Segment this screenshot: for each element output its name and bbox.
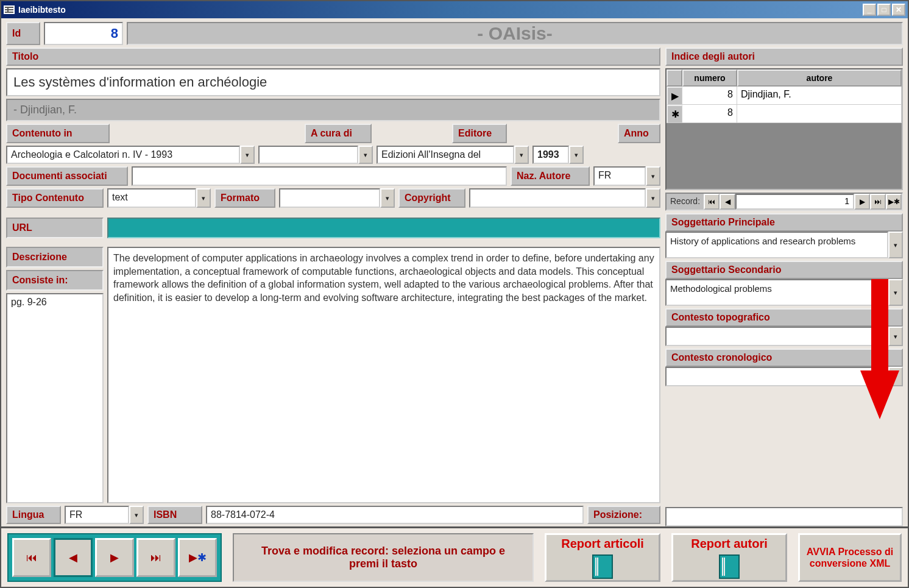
notebook-icon — [719, 554, 740, 579]
titlebar: Iaeibibtesto _ □ ✕ — [1, 1, 908, 18]
id-label: Id — [6, 22, 40, 45]
a-cura-di-label: A cura di — [305, 124, 372, 143]
tipo-contenuto-dropdown[interactable] — [196, 188, 211, 208]
contesto-crono-dropdown[interactable] — [888, 367, 903, 386]
url-field[interactable] — [107, 218, 660, 238]
titolo-author-display: - Djindjian, F. — [6, 99, 660, 121]
tipo-contenuto-field[interactable]: text — [107, 188, 196, 208]
tipo-contenuto-label: Tipo Contenuto — [6, 188, 104, 208]
minimize-button[interactable]: _ — [863, 4, 876, 16]
anno-field[interactable]: 1993 — [532, 146, 569, 164]
cell-autore[interactable]: Djindjian, F. — [737, 87, 902, 105]
descrizione-field[interactable]: The development of computer applications… — [107, 247, 660, 503]
record-nav-cluster: ⏮ ◀ ▶ ⏭ ▶✱ — [7, 533, 222, 582]
close-button[interactable]: ✕ — [892, 4, 905, 16]
copyright-field[interactable] — [469, 188, 646, 208]
documenti-associati-label: Documenti associati — [6, 166, 128, 186]
rec-next-button[interactable]: ▶ — [854, 194, 870, 210]
sogg-principale-field[interactable]: History of applications and research pro… — [665, 232, 888, 258]
table-row[interactable]: ▶8Djindjian, F. — [667, 87, 902, 105]
nav-prev-button[interactable]: ◀ — [54, 538, 93, 577]
sogg-secondario-label: Soggettario Secondario — [665, 261, 903, 279]
contesto-topo-field[interactable] — [665, 327, 888, 346]
rec-last-button[interactable]: ⏭ — [870, 194, 886, 210]
descrizione-label: Descrizione — [6, 247, 104, 267]
maximize-button[interactable]: □ — [877, 4, 891, 16]
indice-autori-label: Indice degli autori — [665, 48, 903, 66]
rec-prev-button[interactable]: ◀ — [720, 194, 735, 210]
app-icon — [4, 5, 15, 14]
editore-dropdown[interactable] — [514, 146, 529, 164]
grid-selector-header — [667, 69, 682, 87]
rec-first-button[interactable]: ⏮ — [704, 194, 720, 210]
consiste-in-label: Consiste in: — [6, 270, 104, 291]
url-label: URL — [6, 218, 104, 238]
row-selector-icon[interactable]: ✱ — [667, 105, 682, 123]
report-autori-button[interactable]: Report autori — [671, 533, 787, 582]
window-title: Iaeibibtesto — [18, 5, 863, 15]
contesto-crono-label: Contesto cronologico — [665, 349, 903, 367]
record-label: Record: — [667, 194, 704, 210]
editore-label: Editore — [452, 124, 507, 143]
id-field[interactable]: 8 — [44, 22, 123, 45]
formato-dropdown[interactable] — [380, 188, 395, 208]
row-selector-icon[interactable]: ▶ — [667, 87, 682, 105]
app-title: - OAIsis- — [127, 22, 903, 45]
find-modify-hint: Trova e modifica record: seleziona un ca… — [233, 533, 534, 582]
report-articoli-label: Report articoli — [561, 537, 644, 551]
report-autori-label: Report autori — [691, 537, 768, 551]
sogg-principale-label: Soggettario Principale — [665, 213, 903, 232]
isbn-field[interactable]: 88-7814-072-4 — [206, 506, 584, 524]
copyright-label: Copyright — [398, 188, 465, 208]
isbn-label: ISBN — [147, 506, 202, 524]
table-row[interactable]: ✱8 — [667, 105, 902, 123]
contenuto-in-dropdown[interactable] — [240, 146, 255, 164]
contenuto-in-field[interactable]: Archeologia e Calcolatori n. IV - 1993 — [6, 146, 240, 164]
posizione-label: Posizione: — [587, 506, 660, 524]
a-cura-di-dropdown[interactable] — [358, 146, 373, 164]
nav-next-button[interactable]: ▶ — [95, 538, 134, 577]
naz-autore-field[interactable]: FR — [593, 166, 646, 186]
editore-field[interactable]: Edizioni All'Insegna del — [377, 146, 514, 164]
a-cura-di-field[interactable] — [258, 146, 358, 164]
posizione-field[interactable] — [665, 507, 903, 526]
anno-dropdown[interactable] — [569, 146, 584, 164]
naz-autore-dropdown[interactable] — [646, 166, 660, 186]
naz-autore-label: Naz. Autore — [511, 166, 590, 186]
report-articoli-button[interactable]: Report articoli — [545, 533, 660, 582]
lingua-label: Lingua — [6, 506, 61, 524]
contenuto-in-label: Contenuto in — [6, 124, 110, 143]
sogg-secondario-field[interactable]: Methodological problems — [665, 279, 888, 306]
notebook-icon — [592, 554, 613, 579]
copyright-dropdown[interactable] — [646, 188, 660, 208]
sogg-secondario-dropdown[interactable] — [888, 279, 903, 306]
lingua-field[interactable]: FR — [65, 506, 129, 524]
titolo-field[interactable]: Les systèmes d'information en archéologi… — [6, 68, 660, 96]
titolo-label: Titolo — [6, 48, 660, 66]
anno-label: Anno — [618, 124, 660, 143]
nav-last-button[interactable]: ⏭ — [136, 538, 175, 577]
contesto-topo-dropdown[interactable] — [888, 327, 903, 346]
lingua-dropdown[interactable] — [129, 506, 144, 524]
formato-field[interactable] — [279, 188, 380, 208]
record-navigator: Record: ⏮ ◀ 1 ▶ ⏭ ▶✱ — [665, 193, 903, 211]
cell-autore[interactable] — [737, 105, 902, 123]
contesto-topo-label: Contesto topografico — [665, 308, 903, 327]
documenti-associati-field[interactable] — [132, 166, 507, 186]
authors-grid[interactable]: numero autore ▶8Djindjian, F.✱8 — [665, 68, 903, 190]
nav-new-button[interactable]: ▶✱ — [178, 538, 217, 577]
sogg-principale-dropdown[interactable] — [888, 232, 903, 258]
avvia-xml-button[interactable]: AVVIA Processo di conversione XML — [798, 533, 902, 582]
contesto-crono-field[interactable] — [665, 367, 888, 386]
formato-label: Formato — [214, 188, 275, 208]
col-numero-header[interactable]: numero — [682, 69, 737, 87]
cell-numero[interactable]: 8 — [682, 105, 737, 123]
cell-numero[interactable]: 8 — [682, 87, 737, 105]
record-number-field[interactable]: 1 — [735, 194, 854, 210]
nav-first-button[interactable]: ⏮ — [12, 538, 51, 577]
rec-new-button[interactable]: ▶✱ — [886, 194, 902, 210]
consiste-in-field[interactable]: pg. 9-26 — [6, 293, 104, 503]
col-autore-header[interactable]: autore — [737, 69, 902, 87]
